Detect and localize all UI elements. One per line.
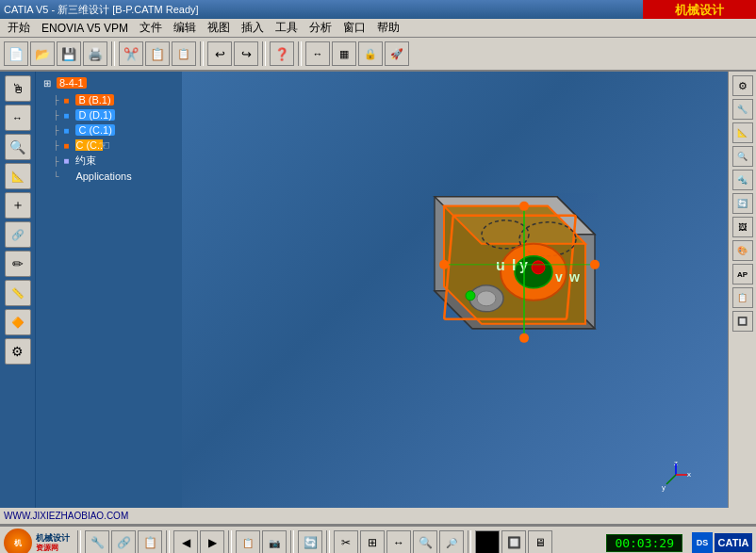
svg-text:v: v	[555, 268, 563, 284]
left-btn-shape[interactable]: 🔶	[5, 309, 31, 335]
left-btn-gear[interactable]: ⚙	[5, 338, 31, 365]
tb-paste[interactable]: 📋	[172, 41, 196, 66]
btm-btn-link[interactable]: 🔗	[111, 530, 136, 553]
svg-line-30	[666, 475, 676, 484]
btm-btn-snap2[interactable]: 📷	[262, 530, 287, 553]
url-text: WWW.JIXIEZHAOBIAO.COM	[4, 511, 128, 521]
btm-btn-snap[interactable]: 📋	[236, 530, 260, 553]
sep-btm-3	[228, 530, 232, 553]
menu-insert[interactable]: 插入	[236, 19, 270, 37]
url-bar: WWW.JIXIEZHAOBIAO.COM	[0, 508, 756, 525]
left-btn-add[interactable]: ＋	[5, 192, 31, 219]
btm-btn-lock[interactable]: 🔧	[85, 530, 109, 553]
menu-window[interactable]: 窗口	[337, 19, 371, 37]
btm-btn-next[interactable]: ▶	[200, 530, 224, 553]
tree-root-label[interactable]: 8-4-1	[57, 77, 87, 89]
logo-text: 机械设计 资源网	[36, 533, 70, 552]
svg-text:w: w	[568, 268, 580, 284]
menu-file[interactable]: 文件	[134, 19, 168, 37]
bottom-toolbar: 机 机械设计 资源网 🔧 🔗 📋 ◀ ▶ 📋 📷 🔄 ✂ ⊞ ↔ 🔍 🔎 🔲 🖥…	[0, 525, 756, 553]
catia-logo: DS CATIA	[692, 532, 752, 553]
left-tools-panel: 🖱 ↔ 🔍 📐 ＋ 🔗 ✏ 📏 🔶 ⚙	[0, 72, 36, 508]
tree-item-applications[interactable]: └ Applications	[40, 169, 178, 184]
label-d[interactable]: D (D.1)	[75, 109, 114, 121]
right-btn-5[interactable]: 🔩	[732, 170, 753, 190]
left-btn-measure[interactable]: 📏	[5, 280, 31, 306]
svg-point-24	[590, 259, 600, 268]
btm-btn-screen[interactable]: 🖥	[528, 530, 552, 553]
tb-box[interactable]: ▦	[332, 41, 356, 66]
separator-4	[298, 41, 302, 66]
right-btn-10[interactable]: 🔲	[732, 311, 753, 332]
tree-item-c1[interactable]: ├ ■ C (C.1)	[40, 122, 178, 138]
btm-btn-rotate[interactable]: 🔄	[298, 530, 322, 553]
right-btn-2[interactable]: 🔧	[732, 99, 753, 120]
btm-btn-zoomin[interactable]: 🔍	[413, 530, 437, 553]
tb-undo[interactable]: ↩	[207, 41, 232, 66]
label-b[interactable]: B (B.1)	[75, 94, 113, 106]
3d-object-svg: u l y v w	[350, 158, 614, 394]
right-btn-ap[interactable]: AP	[732, 264, 753, 285]
left-btn-zoom[interactable]: 🔍	[5, 134, 31, 160]
sep-btm-4	[290, 530, 294, 553]
right-btn-9[interactable]: 📋	[732, 287, 753, 308]
tree-item-constraint[interactable]: ├ ■ 约束	[40, 153, 178, 169]
tree-item-b[interactable]: ├ ■ B (B.1)	[40, 92, 178, 107]
separator-3	[262, 41, 266, 66]
tb-print[interactable]: 🖨️	[83, 41, 107, 66]
btm-btn-zoomout[interactable]: 🔎	[439, 530, 464, 553]
icon-apps	[58, 170, 74, 183]
tb-lock[interactable]: 🔒	[358, 41, 383, 66]
label-csel[interactable]: C (C.. ☞	[75, 139, 103, 151]
sep-btm-5	[326, 530, 330, 553]
svg-point-22	[519, 333, 529, 342]
tb-send[interactable]: 🚀	[385, 41, 409, 66]
label-applications[interactable]: Applications	[75, 171, 131, 182]
tb-redo[interactable]: ↪	[234, 41, 258, 66]
tb-snap[interactable]: ↔	[305, 41, 330, 66]
tree-item-d[interactable]: ├ ■ D (D.1)	[40, 107, 178, 122]
logo-line1: 机械设计	[36, 533, 70, 544]
btm-btn-black[interactable]	[475, 530, 500, 553]
tb-open[interactable]: 📂	[30, 41, 55, 66]
sep-btm-2	[166, 530, 170, 553]
menu-tools[interactable]: 工具	[270, 19, 304, 37]
btm-btn-clip[interactable]: 📋	[138, 530, 162, 553]
left-btn-move[interactable]: ↔	[5, 105, 31, 131]
btm-btn-cut[interactable]: ✂	[334, 530, 358, 553]
tree-root[interactable]: ⊞ 8-4-1	[40, 75, 178, 90]
left-btn-ruler[interactable]: 📐	[5, 163, 31, 189]
btm-btn-grid[interactable]: ⊞	[360, 530, 385, 553]
right-btn-8[interactable]: 🎨	[732, 240, 753, 261]
menu-help[interactable]: 帮助	[371, 19, 405, 37]
menu-view[interactable]: 视图	[202, 19, 236, 37]
timer-display: 00:03:29	[606, 534, 682, 552]
label-constraint[interactable]: 约束	[75, 154, 96, 168]
menu-start[interactable]: 开始	[2, 19, 36, 37]
tree-item-c-sel[interactable]: ├ ■ C (C.. ☞	[40, 138, 178, 153]
logo-area: 机 机械设计 资源网	[4, 529, 70, 553]
btm-btn-pan[interactable]: ↔	[386, 530, 411, 553]
menu-edit[interactable]: 编辑	[168, 19, 202, 37]
menu-enovia[interactable]: ENOVIA V5 VPM	[36, 21, 134, 36]
label-c1[interactable]: C (C.1)	[75, 124, 114, 136]
tb-cut[interactable]: ✂️	[119, 41, 143, 66]
tb-help[interactable]: ❓	[270, 41, 294, 66]
left-btn-edit[interactable]: ✏	[5, 251, 31, 277]
right-btn-6[interactable]: 🔄	[732, 193, 753, 214]
icon-b: ■	[58, 93, 74, 106]
tb-new[interactable]: 📄	[4, 41, 28, 66]
right-btn-4[interactable]: 🔍	[732, 146, 753, 167]
btm-btn-prev[interactable]: ◀	[173, 530, 198, 553]
tb-save[interactable]: 💾	[57, 41, 81, 66]
menu-analyze[interactable]: 分析	[304, 19, 337, 37]
right-btn-1[interactable]: ⚙	[732, 75, 753, 96]
btm-btn-3d[interactable]: 🔲	[501, 530, 526, 553]
tb-copy[interactable]: 📋	[145, 41, 170, 66]
left-btn-link[interactable]: 🔗	[5, 221, 31, 248]
logo-line2: 资源网	[36, 544, 70, 553]
viewport[interactable]: u l y v w z x y	[182, 72, 728, 508]
left-btn-cursor[interactable]: 🖱	[5, 75, 31, 102]
right-btn-7[interactable]: 🖼	[732, 217, 753, 237]
right-btn-3[interactable]: 📐	[732, 122, 753, 143]
